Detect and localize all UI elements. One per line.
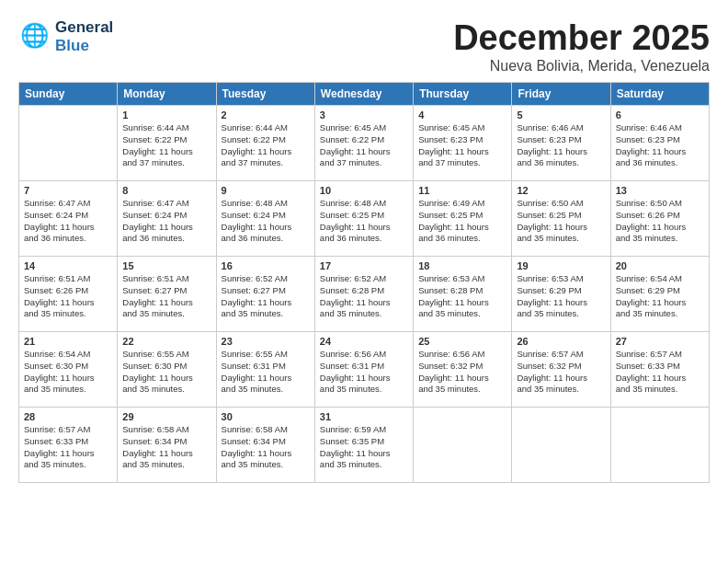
- day-header-monday: Monday: [118, 83, 216, 106]
- calendar-cell: 15Sunrise: 6:51 AM Sunset: 6:27 PM Dayli…: [118, 257, 216, 332]
- calendar-cell: 22Sunrise: 6:55 AM Sunset: 6:30 PM Dayli…: [118, 332, 216, 408]
- month-title: December 2025: [453, 18, 710, 58]
- page-container: 🌐 General Blue December 2025 Nueva Boliv…: [18, 18, 710, 483]
- calendar-cell: 9Sunrise: 6:48 AM Sunset: 6:24 PM Daylig…: [216, 181, 314, 257]
- cell-info: Sunrise: 6:46 AM Sunset: 6:23 PM Dayligh…: [517, 122, 605, 169]
- calendar-cell: 1Sunrise: 6:44 AM Sunset: 6:22 PM Daylig…: [118, 106, 216, 181]
- day-number: 14: [24, 260, 112, 271]
- cell-info: Sunrise: 6:53 AM Sunset: 6:28 PM Dayligh…: [418, 273, 506, 320]
- cell-info: Sunrise: 6:47 AM Sunset: 6:24 PM Dayligh…: [122, 198, 210, 245]
- header: 🌐 General Blue December 2025 Nueva Boliv…: [18, 18, 710, 75]
- cell-info: Sunrise: 6:45 AM Sunset: 6:23 PM Dayligh…: [418, 122, 506, 169]
- calendar-cell: 18Sunrise: 6:53 AM Sunset: 6:28 PM Dayli…: [414, 257, 512, 332]
- day-number: 26: [517, 336, 605, 347]
- calendar-cell: [512, 408, 610, 483]
- day-number: 20: [616, 260, 704, 271]
- cell-info: Sunrise: 6:50 AM Sunset: 6:25 PM Dayligh…: [517, 198, 605, 245]
- logo-words: General Blue: [55, 18, 113, 55]
- calendar-cell: 12Sunrise: 6:50 AM Sunset: 6:25 PM Dayli…: [512, 181, 610, 257]
- calendar-cell: 3Sunrise: 6:45 AM Sunset: 6:22 PM Daylig…: [314, 106, 413, 181]
- calendar-cell: 29Sunrise: 6:58 AM Sunset: 6:34 PM Dayli…: [118, 408, 216, 483]
- day-header-friday: Friday: [512, 83, 610, 106]
- cell-info: Sunrise: 6:51 AM Sunset: 6:27 PM Dayligh…: [122, 273, 210, 320]
- day-number: 24: [320, 336, 408, 347]
- calendar-cell: 27Sunrise: 6:57 AM Sunset: 6:33 PM Dayli…: [610, 332, 709, 408]
- cell-info: Sunrise: 6:55 AM Sunset: 6:30 PM Dayligh…: [122, 349, 210, 396]
- logo-blue-text: Blue: [55, 37, 113, 55]
- calendar-cell: 17Sunrise: 6:52 AM Sunset: 6:28 PM Dayli…: [314, 257, 413, 332]
- day-number: 30: [222, 411, 310, 422]
- day-number: 15: [122, 260, 210, 271]
- calendar-cell: [19, 106, 118, 181]
- calendar-cell: 10Sunrise: 6:48 AM Sunset: 6:25 PM Dayli…: [314, 181, 413, 257]
- calendar-cell: [414, 408, 512, 483]
- day-number: 11: [418, 185, 506, 196]
- calendar-cell: 25Sunrise: 6:56 AM Sunset: 6:32 PM Dayli…: [414, 332, 512, 408]
- calendar-cell: [610, 408, 709, 483]
- calendar-cell: 24Sunrise: 6:56 AM Sunset: 6:31 PM Dayli…: [314, 332, 413, 408]
- calendar-cell: 13Sunrise: 6:50 AM Sunset: 6:26 PM Dayli…: [610, 181, 709, 257]
- cell-info: Sunrise: 6:44 AM Sunset: 6:22 PM Dayligh…: [222, 122, 310, 169]
- week-row-4: 28Sunrise: 6:57 AM Sunset: 6:33 PM Dayli…: [19, 408, 710, 483]
- day-number: 16: [222, 260, 310, 271]
- calendar-cell: 26Sunrise: 6:57 AM Sunset: 6:32 PM Dayli…: [512, 332, 610, 408]
- day-number: 2: [222, 109, 310, 121]
- day-number: 28: [24, 411, 112, 422]
- cell-info: Sunrise: 6:56 AM Sunset: 6:31 PM Dayligh…: [320, 349, 408, 396]
- day-number: 8: [122, 185, 210, 196]
- cell-info: Sunrise: 6:51 AM Sunset: 6:26 PM Dayligh…: [24, 273, 112, 320]
- day-header-tuesday: Tuesday: [216, 83, 314, 106]
- week-row-1: 7Sunrise: 6:47 AM Sunset: 6:24 PM Daylig…: [19, 181, 710, 257]
- day-number: 1: [122, 109, 210, 121]
- cell-info: Sunrise: 6:52 AM Sunset: 6:28 PM Dayligh…: [320, 273, 408, 320]
- day-number: 17: [320, 260, 408, 271]
- svg-text:🌐: 🌐: [20, 21, 50, 50]
- cell-info: Sunrise: 6:59 AM Sunset: 6:35 PM Dayligh…: [320, 424, 408, 471]
- calendar-cell: 30Sunrise: 6:58 AM Sunset: 6:34 PM Dayli…: [216, 408, 314, 483]
- logo-general-text: General: [55, 18, 113, 37]
- cell-info: Sunrise: 6:48 AM Sunset: 6:24 PM Dayligh…: [222, 198, 310, 245]
- calendar-cell: 20Sunrise: 6:54 AM Sunset: 6:29 PM Dayli…: [610, 257, 709, 332]
- week-row-0: 1Sunrise: 6:44 AM Sunset: 6:22 PM Daylig…: [19, 106, 710, 181]
- calendar-cell: 23Sunrise: 6:55 AM Sunset: 6:31 PM Dayli…: [216, 332, 314, 408]
- day-number: 22: [122, 336, 210, 347]
- day-number: 21: [24, 336, 112, 347]
- day-number: 4: [418, 109, 506, 121]
- cell-info: Sunrise: 6:57 AM Sunset: 6:33 PM Dayligh…: [24, 424, 112, 471]
- calendar-cell: 8Sunrise: 6:47 AM Sunset: 6:24 PM Daylig…: [118, 181, 216, 257]
- logo: 🌐 General Blue: [18, 18, 113, 55]
- cell-info: Sunrise: 6:45 AM Sunset: 6:22 PM Dayligh…: [320, 122, 408, 169]
- cell-info: Sunrise: 6:50 AM Sunset: 6:26 PM Dayligh…: [616, 198, 704, 245]
- day-number: 27: [616, 336, 704, 347]
- week-row-3: 21Sunrise: 6:54 AM Sunset: 6:30 PM Dayli…: [19, 332, 710, 408]
- cell-info: Sunrise: 6:58 AM Sunset: 6:34 PM Dayligh…: [122, 424, 210, 471]
- cell-info: Sunrise: 6:49 AM Sunset: 6:25 PM Dayligh…: [418, 198, 506, 245]
- day-header-saturday: Saturday: [610, 83, 709, 106]
- cell-info: Sunrise: 6:54 AM Sunset: 6:30 PM Dayligh…: [24, 349, 112, 396]
- calendar-cell: 14Sunrise: 6:51 AM Sunset: 6:26 PM Dayli…: [19, 257, 118, 332]
- cell-info: Sunrise: 6:58 AM Sunset: 6:34 PM Dayligh…: [222, 424, 310, 471]
- calendar-cell: 16Sunrise: 6:52 AM Sunset: 6:27 PM Dayli…: [216, 257, 314, 332]
- day-number: 23: [222, 336, 310, 347]
- day-number: 7: [24, 185, 112, 196]
- cell-info: Sunrise: 6:54 AM Sunset: 6:29 PM Dayligh…: [616, 273, 704, 320]
- cell-info: Sunrise: 6:46 AM Sunset: 6:23 PM Dayligh…: [616, 122, 704, 169]
- day-number: 10: [320, 185, 408, 196]
- location-title: Nueva Bolivia, Merida, Venezuela: [453, 58, 710, 75]
- cell-info: Sunrise: 6:52 AM Sunset: 6:27 PM Dayligh…: [222, 273, 310, 320]
- calendar-cell: 4Sunrise: 6:45 AM Sunset: 6:23 PM Daylig…: [414, 106, 512, 181]
- cell-info: Sunrise: 6:44 AM Sunset: 6:22 PM Dayligh…: [122, 122, 210, 169]
- cell-info: Sunrise: 6:57 AM Sunset: 6:32 PM Dayligh…: [517, 349, 605, 396]
- day-header-thursday: Thursday: [414, 83, 512, 106]
- calendar-cell: 6Sunrise: 6:46 AM Sunset: 6:23 PM Daylig…: [610, 106, 709, 181]
- calendar-cell: 5Sunrise: 6:46 AM Sunset: 6:23 PM Daylig…: [512, 106, 610, 181]
- day-header-sunday: Sunday: [19, 83, 118, 106]
- cell-info: Sunrise: 6:57 AM Sunset: 6:33 PM Dayligh…: [616, 349, 704, 396]
- calendar-table: SundayMondayTuesdayWednesdayThursdayFrid…: [18, 82, 710, 483]
- day-number: 5: [517, 109, 605, 121]
- calendar-cell: 7Sunrise: 6:47 AM Sunset: 6:24 PM Daylig…: [19, 181, 118, 257]
- calendar-cell: 2Sunrise: 6:44 AM Sunset: 6:22 PM Daylig…: [216, 106, 314, 181]
- cell-info: Sunrise: 6:56 AM Sunset: 6:32 PM Dayligh…: [418, 349, 506, 396]
- day-number: 6: [616, 109, 704, 121]
- week-row-2: 14Sunrise: 6:51 AM Sunset: 6:26 PM Dayli…: [19, 257, 710, 332]
